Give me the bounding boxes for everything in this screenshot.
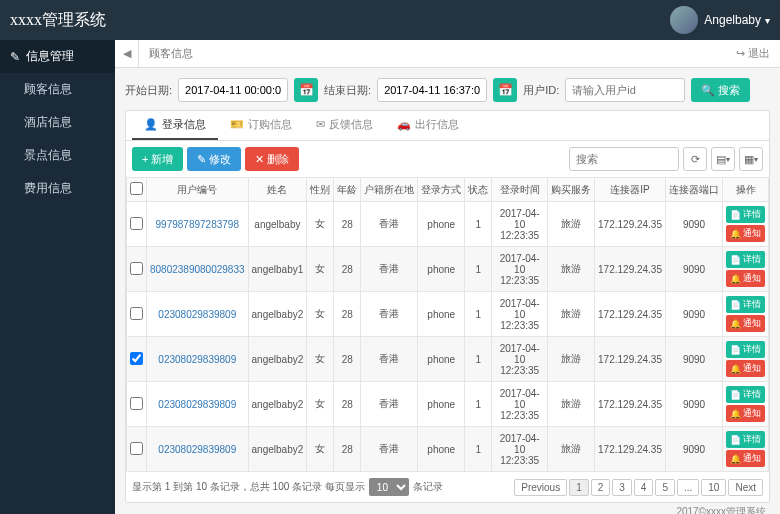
cell-origin: 香港 (361, 247, 418, 292)
notify-button[interactable]: 🔔通知 (726, 225, 765, 242)
edit-button[interactable]: ✎修改 (187, 147, 241, 171)
page-size-select[interactable]: 10 (369, 478, 409, 496)
col-userid[interactable]: 用户编号 (147, 178, 249, 202)
logout-link[interactable]: ↪ 退出 (726, 46, 780, 61)
table-row: 02308029839809angelbaby2女28香港phone12017-… (127, 427, 769, 472)
cell-gender: 女 (307, 337, 334, 382)
envelope-icon: ✉ (316, 118, 325, 131)
detail-button[interactable]: 📄详情 (726, 386, 765, 403)
sidebar-item-spot[interactable]: 景点信息 (0, 139, 115, 172)
page-info-suffix: 条记录 (413, 480, 443, 494)
page-info: 显示第 1 到第 10 条记录，总共 100 条记录 每页显示 (132, 480, 365, 494)
bell-icon: 🔔 (730, 454, 741, 464)
cell-userid[interactable]: 02308029839809 (147, 292, 249, 337)
col-status[interactable]: 状态 (465, 178, 492, 202)
col-age[interactable]: 年龄 (334, 178, 361, 202)
cell-name: angelbaby1 (248, 247, 307, 292)
col-ip[interactable]: 连接器IP (595, 178, 666, 202)
row-checkbox[interactable] (130, 217, 143, 230)
row-checkbox[interactable] (130, 262, 143, 275)
cell-login: phone (418, 292, 465, 337)
detail-button[interactable]: 📄详情 (726, 431, 765, 448)
avatar[interactable] (670, 6, 698, 34)
tab-travel[interactable]: 🚗出行信息 (385, 111, 471, 140)
cell-age: 28 (334, 247, 361, 292)
table-search-input[interactable] (569, 147, 679, 171)
cell-origin: 香港 (361, 427, 418, 472)
pg-prev[interactable]: Previous (514, 479, 567, 496)
columns-button[interactable]: ▦▾ (739, 147, 763, 171)
col-gender[interactable]: 性别 (307, 178, 334, 202)
pg-5[interactable]: 5 (655, 479, 675, 496)
pg-2[interactable]: 2 (591, 479, 611, 496)
userid-input[interactable] (565, 78, 685, 102)
username[interactable]: Angelbaby (704, 13, 761, 27)
col-origin[interactable]: 户籍所在地 (361, 178, 418, 202)
cell-userid[interactable]: 997987897283798 (147, 202, 249, 247)
end-date-input[interactable] (377, 78, 487, 102)
cell-status: 1 (465, 247, 492, 292)
detail-button[interactable]: 📄详情 (726, 341, 765, 358)
cell-userid[interactable]: 80802389080029833 (147, 247, 249, 292)
search-icon: 🔍 (701, 84, 715, 97)
detail-button[interactable]: 📄详情 (726, 206, 765, 223)
pg-3[interactable]: 3 (612, 479, 632, 496)
start-date-input[interactable] (178, 78, 288, 102)
close-icon: ✕ (255, 153, 264, 166)
tab-login[interactable]: 👤登录信息 (132, 111, 218, 140)
cell-ip: 172.129.24.35 (595, 427, 666, 472)
detail-button[interactable]: 📄详情 (726, 251, 765, 268)
select-all-checkbox[interactable] (130, 182, 143, 195)
notify-button[interactable]: 🔔通知 (726, 315, 765, 332)
cell-origin: 香港 (361, 292, 418, 337)
delete-button[interactable]: ✕删除 (245, 147, 299, 171)
row-checkbox[interactable] (130, 352, 143, 365)
sidebar-item-hotel[interactable]: 酒店信息 (0, 106, 115, 139)
cell-ip: 172.129.24.35 (595, 337, 666, 382)
user-caret-icon[interactable]: ▾ (765, 15, 770, 26)
detail-button[interactable]: 📄详情 (726, 296, 765, 313)
cell-port: 9090 (666, 202, 723, 247)
notify-button[interactable]: 🔔通知 (726, 405, 765, 422)
start-date-picker-icon[interactable]: 📅 (294, 78, 318, 102)
refresh-button[interactable]: ⟳ (683, 147, 707, 171)
add-button[interactable]: +新增 (132, 147, 183, 171)
pg-next[interactable]: Next (728, 479, 763, 496)
file-icon: 📄 (730, 435, 741, 445)
search-button[interactable]: 🔍搜索 (691, 78, 750, 102)
pg-10[interactable]: 10 (701, 479, 726, 496)
col-port[interactable]: 连接器端口 (666, 178, 723, 202)
col-service[interactable]: 购买服务 (548, 178, 595, 202)
cell-login: phone (418, 427, 465, 472)
cell-userid[interactable]: 02308029839809 (147, 382, 249, 427)
row-checkbox[interactable] (130, 397, 143, 410)
notify-button[interactable]: 🔔通知 (726, 360, 765, 377)
sidebar-item-visitor[interactable]: 顾客信息 (0, 73, 115, 106)
cell-userid[interactable]: 02308029839809 (147, 337, 249, 382)
col-name[interactable]: 姓名 (248, 178, 307, 202)
tab-order[interactable]: 🎫订购信息 (218, 111, 304, 140)
table-row: 997987897283798angelbaby女28香港phone12017-… (127, 202, 769, 247)
sidebar-section-info[interactable]: ✎ 信息管理 (0, 40, 115, 73)
toggle-button[interactable]: ▤▾ (711, 147, 735, 171)
end-date-picker-icon[interactable]: 📅 (493, 78, 517, 102)
col-action[interactable]: 操作 (723, 178, 769, 202)
cell-name: angelbaby2 (248, 427, 307, 472)
row-checkbox[interactable] (130, 442, 143, 455)
pg-4[interactable]: 4 (634, 479, 654, 496)
notify-button[interactable]: 🔔通知 (726, 270, 765, 287)
sidebar-item-cost[interactable]: 费用信息 (0, 172, 115, 205)
tab-feedback[interactable]: ✉反馈信息 (304, 111, 385, 140)
row-checkbox[interactable] (130, 307, 143, 320)
cell-origin: 香港 (361, 202, 418, 247)
pg-1[interactable]: 1 (569, 479, 589, 496)
file-icon: 📄 (730, 255, 741, 265)
notify-button[interactable]: 🔔通知 (726, 450, 765, 467)
collapse-button[interactable]: ◀ (115, 40, 139, 68)
col-login-type[interactable]: 登录方式 (418, 178, 465, 202)
cell-time: 2017-04-10 12:23:35 (492, 337, 548, 382)
chevron-down-icon: ▾ (726, 155, 730, 164)
col-login-time[interactable]: 登录时间 (492, 178, 548, 202)
cell-status: 1 (465, 382, 492, 427)
cell-userid[interactable]: 02308029839809 (147, 427, 249, 472)
